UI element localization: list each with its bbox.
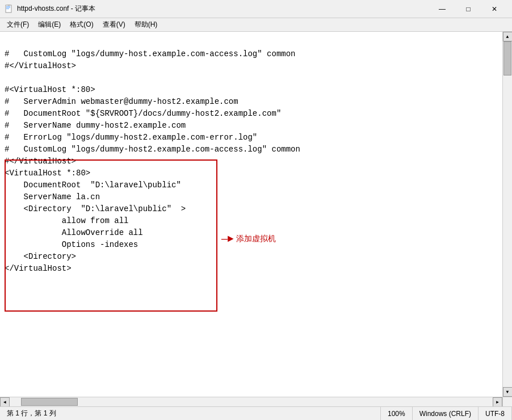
title-bar-left: httpd-vhosts.conf - 记事本 bbox=[5, 4, 95, 14]
scroll-thumb-v[interactable] bbox=[503, 41, 511, 75]
scroll-right-button[interactable]: ► bbox=[493, 397, 502, 407]
status-encoding: UTF-8 bbox=[479, 407, 512, 420]
scroll-up-button[interactable]: ▲ bbox=[503, 32, 513, 41]
horizontal-scrollbar[interactable]: ◄ ► bbox=[0, 397, 502, 406]
annotation-label: 添加虚拟机 bbox=[236, 234, 276, 244]
scroll-thumb-h[interactable] bbox=[21, 398, 78, 406]
status-line-ending: Windows (CRLF) bbox=[413, 407, 479, 420]
close-button[interactable]: ✕ bbox=[481, 0, 507, 18]
menu-help[interactable]: 帮助(H) bbox=[130, 19, 162, 31]
menu-edit[interactable]: 编辑(E) bbox=[33, 19, 65, 31]
scrollbar-corner bbox=[502, 397, 512, 407]
editor-content[interactable]: # CustomLog "logs/dummy-host.example.com… bbox=[0, 32, 502, 397]
status-zoom: 100% bbox=[381, 407, 413, 420]
title-bar: httpd-vhosts.conf - 记事本 — □ ✕ bbox=[0, 0, 512, 18]
scroll-down-button[interactable]: ▼ bbox=[503, 387, 513, 397]
vertical-scrollbar[interactable]: ▲ ▼ bbox=[502, 32, 512, 397]
scroll-track-h[interactable] bbox=[10, 397, 493, 406]
svg-rect-4 bbox=[8, 5, 10, 6]
svg-rect-2 bbox=[6, 7, 10, 8]
scroll-track-v[interactable] bbox=[503, 41, 512, 387]
status-position: 第 1 行，第 1 列 bbox=[0, 407, 381, 420]
minimize-button[interactable]: — bbox=[429, 0, 455, 18]
annotation: —► 添加虚拟机 bbox=[221, 233, 276, 245]
svg-rect-3 bbox=[6, 9, 9, 9]
maximize-button[interactable]: □ bbox=[455, 0, 481, 18]
code-text[interactable]: # CustomLog "logs/dummy-host.example.com… bbox=[0, 34, 502, 394]
status-bar: 第 1 行，第 1 列 100% Windows (CRLF) UTF-8 bbox=[0, 406, 512, 420]
notepad-icon bbox=[5, 5, 14, 14]
window-title: httpd-vhosts.conf - 记事本 bbox=[17, 4, 95, 14]
title-bar-controls: — □ ✕ bbox=[429, 0, 507, 18]
horizontal-scrollbar-container: ◄ ► bbox=[0, 397, 512, 406]
svg-rect-1 bbox=[6, 6, 10, 7]
menu-view[interactable]: 查看(V) bbox=[98, 19, 130, 31]
menu-format[interactable]: 格式(O) bbox=[65, 19, 98, 31]
menu-file[interactable]: 文件(F) bbox=[2, 19, 33, 31]
annotation-arrow-icon: —► bbox=[221, 233, 234, 245]
editor-container: # CustomLog "logs/dummy-host.example.com… bbox=[0, 32, 512, 397]
scroll-left-button[interactable]: ◄ bbox=[0, 397, 10, 407]
menu-bar: 文件(F) 编辑(E) 格式(O) 查看(V) 帮助(H) bbox=[0, 18, 512, 32]
